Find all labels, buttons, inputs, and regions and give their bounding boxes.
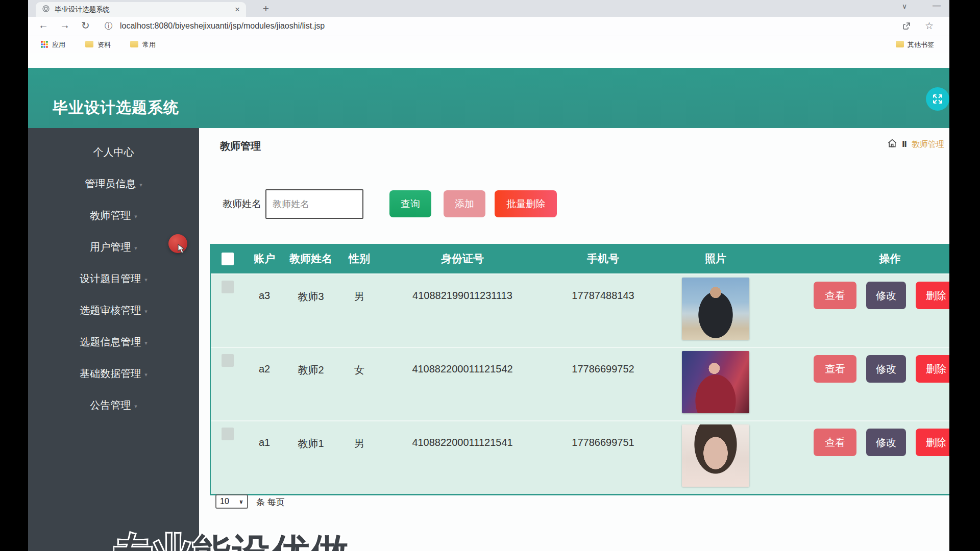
url-text[interactable]: localhost:8080/biyeshejixuanti/jsp/modul… bbox=[120, 21, 325, 31]
chevron-down-icon: ▾ bbox=[144, 340, 148, 346]
col-photo: 照片 bbox=[663, 252, 769, 266]
cell-name: 教师1 bbox=[284, 421, 337, 494]
search-label: 教师姓名 bbox=[223, 197, 261, 211]
app-title: 毕业设计选题系统 bbox=[53, 97, 179, 118]
teacher-name-input[interactable] bbox=[265, 189, 363, 219]
edit-button[interactable]: 修改 bbox=[866, 429, 906, 456]
sidebar-item-topic-info-mgmt[interactable]: 选题信息管理▾ bbox=[28, 326, 199, 358]
breadcrumb-separator: Ⅱ bbox=[902, 140, 907, 149]
main-content: 教师管理 Ⅱ 教师管理 教师姓名 bbox=[199, 128, 949, 551]
bookmark-changyong[interactable]: 常用 bbox=[142, 40, 156, 49]
edit-button[interactable]: 修改 bbox=[866, 282, 906, 309]
new-tab-button[interactable]: + bbox=[259, 2, 273, 16]
cell-name: 教师2 bbox=[284, 348, 337, 420]
browser-window: 毕业设计选题系统 × + ∨ — ← → ↻ ⓘ localhost:8080/… bbox=[28, 0, 949, 551]
sidebar-item-personal-center[interactable]: 个人中心 bbox=[28, 136, 199, 168]
cell-account: a3 bbox=[244, 274, 284, 347]
select-all-cell bbox=[211, 253, 244, 265]
row-checkbox[interactable] bbox=[222, 428, 234, 440]
cell-gender: 男 bbox=[337, 274, 381, 347]
view-button[interactable]: 查看 bbox=[814, 282, 856, 309]
home-icon[interactable] bbox=[887, 138, 897, 151]
col-account: 账户 bbox=[244, 252, 284, 266]
sidebar-item-base-data-mgmt[interactable]: 基础数据管理▾ bbox=[28, 358, 199, 389]
table-header-row: 账户 教师姓名 性别 身份证号 手机号 照片 操作 bbox=[211, 244, 949, 273]
page-size-select[interactable]: 10 ∨ bbox=[215, 494, 248, 509]
cell-phone: 17786699752 bbox=[544, 348, 663, 420]
share-icon[interactable] bbox=[902, 21, 911, 33]
teacher-photo bbox=[682, 424, 749, 487]
folder-icon bbox=[896, 41, 904, 47]
chevron-down-icon: ▾ bbox=[139, 182, 142, 188]
query-button[interactable]: 查询 bbox=[389, 190, 431, 217]
cell-id-number: 410882200011121542 bbox=[381, 348, 544, 420]
address-bar: ← → ↻ ⓘ localhost:8080/biyeshejixuanti/j… bbox=[28, 17, 949, 36]
app-header: 毕业设计选题系统 bbox=[28, 68, 949, 128]
edit-button[interactable]: 修改 bbox=[866, 355, 906, 383]
teacher-table: 账户 教师姓名 性别 身份证号 手机号 照片 操作 a3 教师3 bbox=[210, 244, 949, 495]
tab-favicon-shield-icon bbox=[42, 5, 50, 15]
batch-delete-button[interactable]: 批量删除 bbox=[495, 190, 557, 217]
folder-icon bbox=[85, 41, 93, 47]
view-button[interactable]: 查看 bbox=[814, 429, 856, 456]
sidebar-item-teacher-mgmt[interactable]: 教师管理▾ bbox=[28, 199, 199, 231]
sidebar-item-notice-mgmt[interactable]: 公告管理▾ bbox=[28, 389, 199, 421]
teacher-photo bbox=[682, 278, 749, 340]
col-teacher-name: 教师姓名 bbox=[284, 252, 337, 266]
chevron-down-icon: ▾ bbox=[134, 213, 137, 220]
hand-cursor-icon bbox=[177, 244, 186, 256]
add-button[interactable]: 添加 bbox=[444, 190, 485, 217]
cell-phone: 17787488143 bbox=[544, 274, 663, 347]
site-info-icon[interactable]: ⓘ bbox=[105, 21, 113, 32]
col-actions: 操作 bbox=[769, 252, 949, 266]
minimize-window-icon[interactable]: — bbox=[933, 1, 941, 10]
select-chevron-icon: ∨ bbox=[239, 498, 243, 505]
folder-icon bbox=[130, 41, 138, 47]
back-icon[interactable]: ← bbox=[38, 19, 48, 31]
tab-search-chevron-icon[interactable]: ∨ bbox=[902, 2, 907, 10]
col-gender: 性别 bbox=[337, 252, 381, 266]
col-phone: 手机号 bbox=[544, 252, 663, 266]
breadcrumb: Ⅱ 教师管理 bbox=[887, 138, 944, 151]
browser-tab[interactable]: 毕业设计选题系统 × bbox=[36, 2, 246, 17]
cell-gender: 男 bbox=[337, 421, 381, 494]
apps-grid-icon[interactable] bbox=[41, 41, 48, 48]
breadcrumb-current[interactable]: 教师管理 bbox=[912, 139, 944, 150]
sidebar-item-admin-info[interactable]: 管理员信息▾ bbox=[28, 168, 199, 199]
other-bookmarks[interactable]: 其他书签 bbox=[908, 40, 934, 49]
web-page: 毕业设计选题系统 个人中心 管理员信息▾ 教师管理▾ 用户管理▾ bbox=[28, 53, 949, 551]
expand-button[interactable] bbox=[926, 87, 949, 111]
sidebar-item-design-topic-mgmt[interactable]: 设计题目管理▾ bbox=[28, 263, 199, 294]
app-body: 个人中心 管理员信息▾ 教师管理▾ 用户管理▾ 设计题目管理▾ 选题审核管理▾ … bbox=[28, 128, 949, 551]
tab-strip: 毕业设计选题系统 × + ∨ — bbox=[28, 0, 949, 17]
bookmarks-bar: 应用 资料 常用 其他书签 bbox=[28, 36, 949, 53]
sidebar-item-topic-review-mgmt[interactable]: 选题审核管理▾ bbox=[28, 294, 199, 326]
reload-icon[interactable]: ↻ bbox=[81, 19, 90, 32]
row-checkbox[interactable] bbox=[222, 281, 234, 293]
sidebar: 个人中心 管理员信息▾ 教师管理▾ 用户管理▾ 设计题目管理▾ 选题审核管理▾ … bbox=[28, 128, 199, 551]
delete-button[interactable]: 删除 bbox=[916, 282, 949, 309]
screen: 毕业设计选题系统 × + ∨ — ← → ↻ ⓘ localhost:8080/… bbox=[0, 0, 980, 551]
select-all-checkbox[interactable] bbox=[222, 253, 234, 265]
table-row: a2 教师2 女 410882200011121542 17786699752 … bbox=[211, 347, 949, 420]
table-row: a1 教师1 男 410882200011121541 17786699751 … bbox=[211, 420, 949, 494]
cell-gender: 女 bbox=[337, 348, 381, 420]
row-checkbox[interactable] bbox=[222, 354, 234, 367]
chevron-down-icon: ▾ bbox=[134, 245, 137, 252]
delete-button[interactable]: 删除 bbox=[916, 429, 949, 456]
forward-icon[interactable]: → bbox=[60, 19, 70, 31]
chevron-down-icon: ▾ bbox=[144, 308, 148, 315]
bookmark-star-icon[interactable]: ☆ bbox=[925, 20, 934, 32]
svg-text:专业能设优做: 专业能设优做 bbox=[114, 531, 350, 551]
chevron-down-icon: ▾ bbox=[134, 403, 137, 410]
table-row: a3 教师3 男 410882199011231113 17787488143 … bbox=[211, 273, 949, 347]
watermark-text: 专业能设优做 bbox=[113, 528, 440, 551]
view-button[interactable]: 查看 bbox=[814, 355, 856, 383]
chevron-down-icon: ▾ bbox=[144, 371, 148, 378]
page-title: 教师管理 bbox=[220, 139, 261, 153]
delete-button[interactable]: 删除 bbox=[916, 355, 949, 383]
cell-account: a2 bbox=[244, 348, 284, 420]
bookmark-ziliao[interactable]: 资料 bbox=[97, 40, 111, 49]
tab-close-icon[interactable]: × bbox=[235, 5, 240, 14]
bookmark-apps[interactable]: 应用 bbox=[52, 40, 65, 49]
